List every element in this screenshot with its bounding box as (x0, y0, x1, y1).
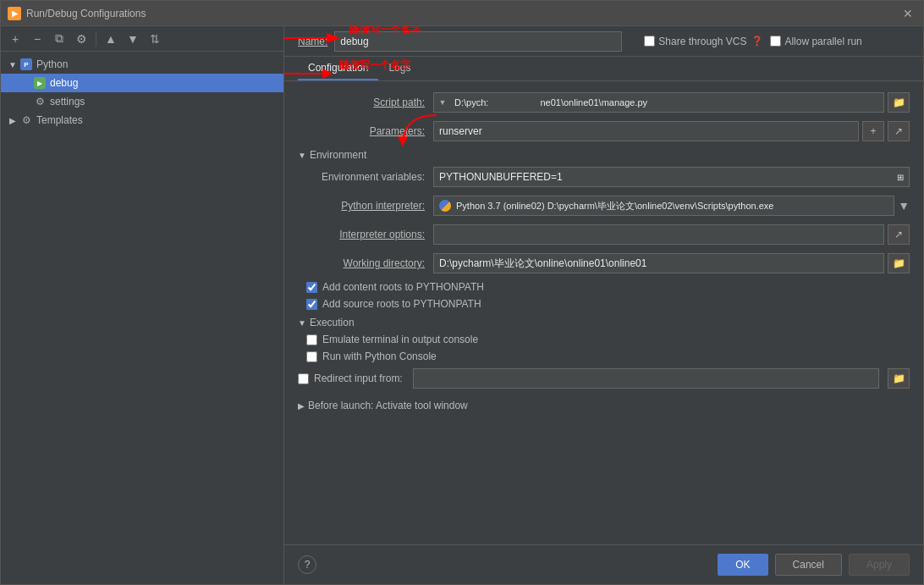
redirect-browse-button[interactable]: 📁 (888, 368, 910, 389)
run-debug-dialog: ▶ Run/Debug Configurations ✕ + − ⧉ ⚙ ▲ ▼… (0, 0, 924, 585)
share-vcs-label: Share through VCS (658, 36, 746, 47)
script-path-browse-button[interactable]: 📁 (888, 92, 910, 113)
sidebar: + − ⧉ ⚙ ▲ ▼ ⇅ ▼ P Python (1, 26, 284, 584)
parameters-row: Parameters: + ↗ (298, 120, 910, 142)
copy-config-button[interactable]: ⧉ (50, 30, 69, 48)
name-label: Name: (298, 36, 327, 47)
parameters-input-area: + ↗ (433, 121, 910, 141)
script-path-input[interactable] (451, 97, 883, 108)
interpreter-options-expand[interactable]: ↗ (888, 224, 910, 245)
redirect-input-label: Redirect input from: (314, 373, 403, 384)
interpreter-options-row: Interpreter options: ↗ (298, 224, 910, 246)
move-down-button[interactable]: ▼ (124, 30, 142, 48)
move-up-button[interactable]: ▲ (102, 30, 120, 48)
ok-button[interactable]: OK (718, 554, 767, 576)
add-source-roots-row: Add source roots to PYTHONPATH (298, 298, 910, 310)
script-path-dropdown-arrow[interactable]: ▼ (434, 98, 451, 107)
before-launch-label: Before launch: Activate tool window (308, 400, 468, 411)
dialog-title: Run/Debug Configurations (26, 8, 899, 19)
name-input[interactable] (334, 31, 622, 52)
sidebar-item-templates[interactable]: ▶ ⚙ Templates (1, 111, 283, 130)
sort-button[interactable]: ⇅ (146, 30, 164, 48)
redirect-input-field[interactable] (413, 368, 879, 389)
no-arrow2 (21, 97, 31, 107)
tab-configuration[interactable]: Configuration (298, 57, 378, 80)
sidebar-item-python-group[interactable]: ▼ P Python (1, 55, 283, 74)
parameters-expand-button[interactable]: + (862, 121, 884, 141)
interpreter-dropdown-arrow[interactable]: ▼ (898, 199, 910, 212)
templates-icon: ⚙ (19, 113, 33, 127)
cancel-button[interactable]: Cancel (775, 554, 842, 576)
execution-label: Execution (310, 317, 355, 328)
app-icon: ▶ (8, 7, 21, 20)
run-python-console-checkbox[interactable] (306, 351, 317, 362)
remove-config-button[interactable]: − (28, 30, 47, 48)
run-icon: ▶ (33, 76, 47, 90)
add-content-roots-checkbox[interactable] (306, 282, 317, 293)
share-vcs-checkbox[interactable] (644, 36, 655, 47)
close-button[interactable]: ✕ (899, 7, 916, 20)
add-source-roots-checkbox[interactable] (306, 299, 317, 310)
emulate-terminal-row: Emulate terminal in output console (298, 334, 910, 345)
script-path-row: Script path: ▼ 📁 (298, 91, 910, 113)
help-button[interactable]: ? (298, 555, 316, 574)
interpreter-select[interactable]: Python 3.7 (online02) D:\pycharm\毕业论文\on… (433, 196, 894, 216)
emulate-terminal-checkbox[interactable] (306, 334, 317, 345)
before-launch-section[interactable]: ▶ Before launch: Activate tool window (298, 400, 910, 411)
parameters-label: Parameters: (298, 125, 433, 137)
share-vcs-area: Share through VCS ❓ (644, 36, 763, 47)
expand-arrow: ▼ (8, 59, 18, 69)
add-config-button[interactable]: + (6, 30, 25, 48)
script-path-label: Script path: (298, 97, 433, 108)
parameters-input[interactable] (433, 121, 859, 141)
settings-icon: ⚙ (33, 95, 47, 108)
environment-arrow: ▼ (298, 151, 306, 160)
allow-parallel-checkbox[interactable] (770, 36, 781, 47)
env-vars-value: PYTHONUNBUFFERED=1 (439, 171, 563, 183)
sidebar-toolbar: + − ⧉ ⚙ ▲ ▼ ⇅ (1, 26, 283, 52)
add-content-roots-label: Add content roots to PYTHONPATH (322, 281, 484, 293)
title-bar: ▶ Run/Debug Configurations ✕ (1, 1, 923, 26)
templates-arrow: ▶ (8, 115, 18, 125)
working-directory-input[interactable] (433, 253, 884, 273)
env-vars-select[interactable]: PYTHONUNBUFFERED=1 ⊞ (433, 167, 910, 187)
execution-section[interactable]: ▼ Execution (298, 317, 910, 328)
env-vars-label: Environment variables: (298, 171, 433, 183)
settings-config-button[interactable]: ⚙ (72, 30, 91, 48)
emulate-terminal-label: Emulate terminal in output console (322, 334, 478, 345)
footer-left: ? (298, 554, 711, 576)
no-arrow (21, 78, 31, 88)
sidebar-item-settings[interactable]: ⚙ settings (1, 92, 283, 111)
tabs-bar: Configuration Logs (284, 57, 923, 81)
sidebar-tree: ▼ P Python ▶ debug (1, 52, 283, 584)
apply-button[interactable]: Apply (849, 554, 910, 576)
config-header: Name: 随便写一个名字 (284, 26, 923, 57)
before-launch-arrow: ▶ (298, 401, 305, 411)
allow-parallel-label: Allow parallel run (784, 36, 861, 47)
environment-section[interactable]: ▼ Environment (298, 149, 910, 161)
redirect-input-area: Redirect input from: 📁 (298, 368, 910, 389)
footer: ? OK Cancel Apply (284, 544, 923, 584)
working-directory-row: Working directory: 📁 (298, 252, 910, 274)
redirect-input-row: Redirect input from: 📁 (298, 367, 910, 389)
dialog-content: + − ⧉ ⚙ ▲ ▼ ⇅ ▼ P Python (1, 26, 923, 584)
run-python-console-label: Run with Python Console (322, 350, 437, 362)
working-directory-browse[interactable]: 📁 (888, 253, 910, 273)
add-source-roots-label: Add source roots to PYTHONPATH (322, 298, 481, 310)
interpreter-options-input[interactable] (433, 224, 884, 245)
py-ball-icon (439, 200, 451, 212)
parameters-external-button[interactable]: ↗ (888, 121, 910, 141)
redirect-input-checkbox[interactable] (298, 373, 309, 384)
config-body: Script path: ▼ 📁 Parameters: + ↗ (284, 81, 923, 544)
python-interpreter-label: Python interpreter: (298, 200, 433, 212)
env-vars-icon: ⊞ (897, 173, 904, 182)
run-python-console-row: Run with Python Console (298, 350, 910, 362)
sidebar-item-debug[interactable]: ▶ debug (1, 74, 283, 92)
tab-logs[interactable]: Logs (378, 57, 421, 80)
settings-item-label: settings (50, 96, 85, 108)
python-group-label: Python (36, 58, 68, 70)
interpreter-options-label: Interpreter options: (298, 229, 433, 240)
script-path-dropdown: ▼ (433, 92, 884, 113)
toolbar-separator (96, 31, 96, 47)
python-interpreter-row: Python interpreter: Python 3.7 (online02… (298, 195, 910, 217)
